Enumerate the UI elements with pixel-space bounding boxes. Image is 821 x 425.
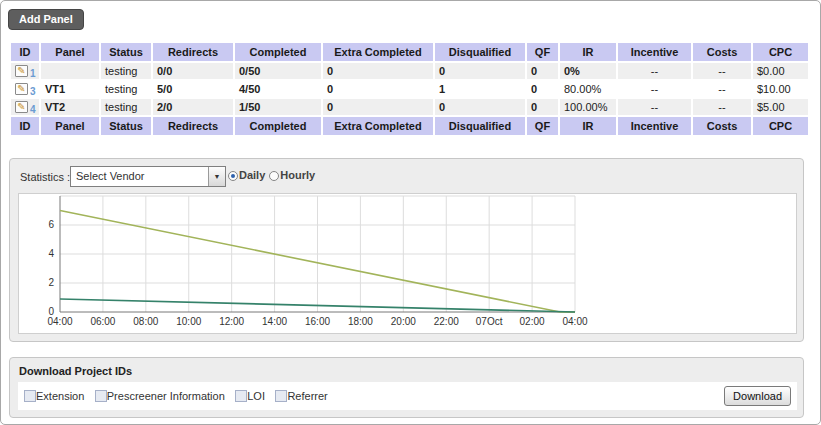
panel-link[interactable]: VT2 — [41, 99, 99, 115]
radio-daily-icon[interactable] — [228, 171, 238, 181]
cpc-cell: $0.00 — [753, 63, 808, 79]
col-extra-completed: Extra Completed — [323, 117, 433, 135]
checkbox-loi[interactable]: LOI — [235, 390, 265, 402]
x-tick-label: 08:00 — [133, 316, 158, 327]
table-row: ✎3 VT1 testing 5/0 4/50 0 1 0 80.00% -- … — [11, 81, 808, 97]
col-costs: Costs — [693, 43, 751, 61]
qf-link[interactable]: 0 — [527, 99, 558, 115]
col-disqualified: Disqualified — [435, 43, 525, 61]
col-ir: IR — [560, 117, 616, 135]
checkbox-loi-label: LOI — [247, 390, 265, 402]
ir-cell: 100.00% — [560, 99, 616, 115]
col-redirects: Redirects — [153, 117, 233, 135]
row-id-link[interactable]: 4 — [30, 104, 36, 115]
x-tick-label: 12:00 — [219, 316, 244, 327]
download-panel: Download Project IDs Extension Prescreen… — [9, 357, 804, 418]
col-status: Status — [101, 117, 151, 135]
ir-cell: 80.00% — [560, 81, 616, 97]
incentive-cell: -- — [618, 63, 691, 79]
col-disqualified: Disqualified — [435, 117, 525, 135]
col-status: Status — [101, 43, 151, 61]
radio-daily-label: Daily — [239, 169, 265, 181]
x-tick-label: 02:00 — [520, 316, 545, 327]
col-panel: Panel — [41, 117, 99, 135]
status-cell: testing — [101, 81, 151, 97]
completed-link[interactable]: 0/50 — [235, 63, 321, 79]
status-cell: testing — [101, 63, 151, 79]
col-qf: QF — [527, 43, 558, 61]
x-tick-label: 04:00 — [47, 316, 72, 327]
extra-completed-link[interactable]: 0 — [323, 99, 433, 115]
chart-container: 024604:0006:0008:0010:0012:0014:0016:001… — [18, 193, 797, 334]
statistics-label: Statistics : — [20, 171, 70, 183]
chevron-down-icon[interactable]: ▼ — [208, 167, 225, 186]
interval-radio-group: DailyHourly — [228, 169, 319, 181]
costs-cell: -- — [693, 81, 751, 97]
edit-icon[interactable]: ✎ — [15, 65, 28, 77]
checkbox-prescreener-label: Prescreener Information — [107, 390, 225, 402]
col-panel: Panel — [41, 43, 99, 61]
extra-completed-link[interactable]: 0 — [323, 63, 433, 79]
costs-cell: -- — [693, 99, 751, 115]
costs-cell: -- — [693, 63, 751, 79]
col-id: ID — [11, 43, 39, 61]
download-button[interactable]: Download — [724, 386, 791, 406]
checkbox-prescreener-information[interactable]: Prescreener Information — [95, 390, 225, 402]
panel-link[interactable]: VT1 — [41, 81, 99, 97]
row-id-link[interactable]: 3 — [30, 86, 36, 97]
col-redirects: Redirects — [153, 43, 233, 61]
col-ir: IR — [560, 43, 616, 61]
radio-hourly[interactable]: Hourly — [269, 169, 315, 181]
checkbox-extension[interactable]: Extension — [24, 390, 84, 402]
id-cell: ✎4 — [11, 99, 39, 115]
col-incentive: Incentive — [618, 117, 691, 135]
vendor-select[interactable]: Select Vendor ▼ — [70, 166, 226, 187]
disqualified-link[interactable]: 0 — [435, 63, 525, 79]
add-panel-button[interactable]: Add Panel — [8, 9, 84, 30]
id-cell: ✎3 — [11, 81, 39, 97]
checkbox-referrer-box[interactable] — [275, 390, 287, 402]
x-tick-label: 16:00 — [305, 316, 330, 327]
col-incentive: Incentive — [618, 43, 691, 61]
extra-completed-link[interactable]: 0 — [323, 81, 433, 97]
completed-link[interactable]: 1/50 — [235, 99, 321, 115]
cpc-cell: $5.00 — [753, 99, 808, 115]
vendor-select-value: Select Vendor — [76, 170, 145, 182]
y-tick-label: 2 — [48, 277, 54, 288]
checkbox-referrer[interactable]: Referrer — [275, 390, 327, 402]
row-id-link[interactable]: 1 — [30, 68, 36, 79]
qf-link[interactable]: 0 — [527, 81, 558, 97]
edit-icon[interactable]: ✎ — [15, 83, 28, 95]
incentive-cell: -- — [618, 99, 691, 115]
redirects-link[interactable]: 2/0 — [153, 99, 233, 115]
download-title: Download Project IDs — [19, 365, 132, 377]
ir-cell: 0% — [560, 63, 616, 79]
radio-hourly-label: Hourly — [280, 169, 315, 181]
radio-hourly-icon[interactable] — [269, 171, 279, 181]
cpc-cell: $10.00 — [753, 81, 808, 97]
x-tick-label: 10:00 — [176, 316, 201, 327]
edit-icon[interactable]: ✎ — [15, 101, 28, 113]
id-cell: ✎1 — [11, 63, 39, 79]
x-tick-label: 14:00 — [262, 316, 287, 327]
disqualified-link[interactable]: 1 — [435, 81, 525, 97]
qf-link[interactable]: 0 — [527, 63, 558, 79]
x-tick-label: 07Oct — [476, 316, 503, 327]
redirects-link[interactable]: 5/0 — [153, 81, 233, 97]
panel-link[interactable] — [41, 63, 99, 79]
col-extra-completed: Extra Completed — [323, 43, 433, 61]
checkbox-extension-box[interactable] — [24, 390, 36, 402]
completed-link[interactable]: 4/50 — [235, 81, 321, 97]
redirects-link[interactable]: 0/0 — [153, 63, 233, 79]
download-options-row: Extension Prescreener Information LOI Re… — [18, 382, 797, 410]
statistics-chart: 024604:0006:0008:0010:0012:0014:0016:001… — [19, 194, 796, 333]
col-cpc: CPC — [753, 117, 808, 135]
col-cpc: CPC — [753, 43, 808, 61]
radio-daily[interactable]: Daily — [228, 169, 265, 181]
disqualified-link[interactable]: 0 — [435, 99, 525, 115]
y-tick-label: 4 — [48, 248, 54, 259]
checkbox-prescreener-box[interactable] — [95, 390, 107, 402]
col-completed: Completed — [235, 117, 321, 135]
incentive-cell: -- — [618, 81, 691, 97]
checkbox-loi-box[interactable] — [235, 390, 247, 402]
